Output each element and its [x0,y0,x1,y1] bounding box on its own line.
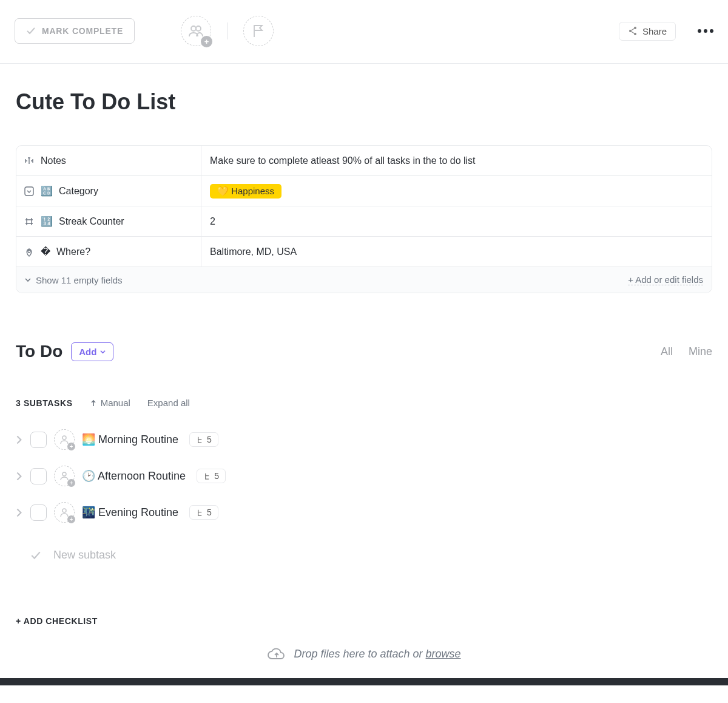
add-checklist-button[interactable]: + ADD CHECKLIST [0,572,728,626]
subtask-checkbox[interactable] [30,504,47,521]
field-name: Where? [56,246,90,257]
assignees-button[interactable]: + [181,16,211,46]
subtask-label[interactable]: 🌅 Morning Routine [82,433,178,446]
person-icon [59,471,69,481]
flag-icon [252,24,265,38]
subtask-count: 3 SUBTASKS [16,398,73,408]
subtask-label[interactable]: 🌃 Evening Routine [82,506,178,519]
field-row-streak: 🔢 Streak Counter 2 [16,206,712,237]
svg-point-6 [28,250,30,253]
share-button[interactable]: Share [619,22,676,41]
bottom-bar [0,678,728,685]
filter-tabs: All Mine [661,345,712,358]
plus-badge-icon: + [67,479,75,487]
person-icon [59,508,69,517]
subtask-icon [196,509,204,517]
text-field-icon [24,155,35,166]
arrow-up-icon [90,399,97,407]
field-value[interactable]: 2 [201,206,712,236]
page-title[interactable]: Cute To Do List [0,64,728,123]
field-name: Notes [41,155,66,166]
subtask-label[interactable]: 🕑 Afternoon Routine [82,469,186,483]
field-label[interactable]: � Where? [16,237,201,267]
tab-mine[interactable]: Mine [689,345,712,358]
add-subtask-button[interactable]: Add [71,342,113,361]
chevron-down-icon [100,349,106,355]
field-emoji: 🔢 [41,216,53,227]
subtask-icon [203,472,211,480]
subtask-icon [196,436,204,444]
location-field-icon [24,246,35,257]
assignee-button[interactable]: + [54,429,75,450]
category-tag[interactable]: 💛 Happiness [210,184,281,199]
svg-point-9 [62,509,66,512]
select-field-icon [24,186,35,197]
assignee-button[interactable]: + [54,466,75,486]
subtask-row: + 🌅 Morning Routine 5 [16,421,712,458]
chevron-right-icon[interactable] [16,435,23,445]
field-emoji: � [41,246,50,257]
svg-point-1 [196,26,201,31]
expand-all-button[interactable]: Expand all [147,398,190,408]
chevron-right-icon[interactable] [16,471,23,481]
divider [227,22,228,39]
file-dropzone[interactable]: Drop files here to attach or browse [0,626,728,674]
browse-link[interactable]: browse [426,648,461,660]
field-name: Streak Counter [59,216,124,227]
subtask-children-count[interactable]: 5 [189,432,218,447]
plus-badge-icon: + [67,443,75,450]
field-name: Category [59,186,98,197]
flag-priority-button[interactable] [243,16,274,46]
field-emoji: 🔠 [41,185,53,197]
assignee-button[interactable]: + [54,502,75,523]
tab-all[interactable]: All [661,345,673,358]
share-icon [628,26,638,36]
field-row-notes: Notes Make sure to complete atleast 90% … [16,146,712,176]
todo-header: To Do Add All Mine [0,293,728,361]
subtask-children-count[interactable]: 5 [189,505,218,520]
mark-complete-label: MARK COMPLETE [42,26,123,36]
show-empty-fields-button[interactable]: Show 11 empty fields [25,275,123,285]
cloud-upload-icon [267,647,286,661]
fields-footer: Show 11 empty fields + Add or edit field… [16,267,712,293]
new-subtask-row[interactable]: New subtask [16,538,712,572]
people-icon [188,25,204,37]
chevron-down-icon [25,277,31,283]
number-field-icon [24,216,35,227]
chevron-right-icon[interactable] [16,508,23,518]
todo-heading: To Do [16,342,62,361]
field-value[interactable]: Baltimore, MD, USA [201,237,712,267]
subtask-checkbox[interactable] [30,468,47,484]
mark-complete-button[interactable]: MARK COMPLETE [15,18,135,44]
check-icon [30,550,41,561]
check-icon [26,26,36,36]
field-row-where: � Where? Baltimore, MD, USA [16,237,712,267]
sort-button[interactable]: Manual [90,398,130,408]
svg-point-8 [62,472,66,476]
svg-rect-5 [25,187,33,195]
field-label[interactable]: 🔠 Category [16,176,201,206]
field-label[interactable]: 🔢 Streak Counter [16,206,201,236]
svg-point-7 [62,436,66,440]
plus-badge-icon: + [67,515,75,523]
toolbar: MARK COMPLETE + Share [0,0,728,64]
dropzone-text: Drop files here to attach or [294,648,425,660]
more-menu-button[interactable] [698,29,713,33]
svg-point-0 [191,26,196,31]
field-value[interactable]: Make sure to complete atleast 90% of all… [201,146,712,175]
add-edit-fields-button[interactable]: + Add or edit fields [628,274,703,285]
subtask-children-count[interactable]: 5 [197,469,226,483]
subtask-list: + 🌅 Morning Routine 5 + 🕑 Afternoon Rout… [0,408,728,572]
plus-badge-icon: + [201,36,212,47]
subtask-row: + 🕑 Afternoon Routine 5 [16,458,712,494]
subtask-toolbar: 3 SUBTASKS Manual Expand all [0,361,728,408]
share-label: Share [642,26,667,36]
field-row-category: 🔠 Category 💛 Happiness [16,176,712,206]
new-subtask-placeholder: New subtask [53,549,116,562]
subtask-checkbox[interactable] [30,432,47,448]
fields-table: Notes Make sure to complete atleast 90% … [16,145,712,293]
field-label[interactable]: Notes [16,146,201,175]
person-icon [59,435,69,444]
subtask-row: + 🌃 Evening Routine 5 [16,494,712,531]
field-value[interactable]: 💛 Happiness [201,176,712,206]
